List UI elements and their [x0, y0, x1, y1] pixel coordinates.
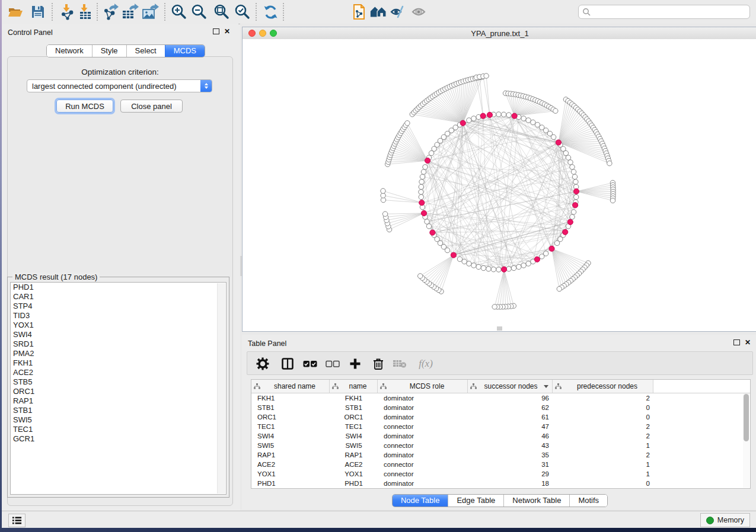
mcds-hub-node[interactable] [421, 210, 426, 216]
network-node[interactable] [486, 267, 491, 271]
table-row[interactable]: FKH1FKH1dominator962 [251, 393, 750, 403]
mcds-result-item[interactable]: STB5 [11, 377, 226, 387]
table-row[interactable]: SWI4SWI4dominator462 [251, 431, 750, 441]
table-row[interactable]: SWI5SWI5connector431 [251, 441, 750, 450]
network-node[interactable] [471, 116, 476, 121]
network-node[interactable] [467, 118, 471, 123]
select-all-button[interactable] [302, 356, 318, 371]
table-row[interactable]: YOX1YOX1connector291 [251, 469, 750, 479]
network-node[interactable] [419, 180, 424, 184]
column-header-MCDS-role[interactable]: MCDS role [378, 380, 468, 393]
network-node[interactable] [496, 267, 501, 272]
close-panel-button[interactable]: Close panel [120, 100, 183, 113]
mcds-result-item[interactable]: STP4 [11, 302, 226, 311]
network-node[interactable] [420, 174, 425, 179]
table-row[interactable]: TEC1TEC1connector472 [251, 422, 750, 431]
mcds-hub-node[interactable] [480, 113, 486, 118]
network-node[interactable] [511, 265, 516, 270]
table-row[interactable]: PHD1PHD1dominator180 [251, 479, 750, 488]
network-node[interactable] [381, 188, 385, 193]
network-node[interactable] [421, 169, 426, 174]
float-window-icon[interactable] [733, 339, 740, 345]
network-node[interactable] [471, 263, 476, 268]
export-image-button[interactable] [142, 4, 160, 20]
mcds-hub-node[interactable] [460, 120, 465, 126]
import-table-button[interactable] [76, 4, 94, 20]
add-column-button[interactable] [347, 356, 363, 371]
export-network-button[interactable] [103, 4, 120, 20]
memory-button[interactable]: Memory [700, 513, 750, 527]
network-node[interactable] [418, 274, 423, 278]
network-node[interactable] [573, 180, 578, 184]
network-node[interactable] [423, 165, 428, 169]
network-node[interactable] [574, 194, 579, 199]
network-node[interactable] [481, 265, 486, 270]
gear-button[interactable] [254, 356, 271, 371]
delete-button[interactable] [370, 356, 387, 371]
network-node[interactable] [457, 257, 462, 261]
refresh-layout-button[interactable] [261, 4, 279, 20]
mcds-hub-node[interactable] [512, 113, 517, 118]
zoom-in-button[interactable] [170, 4, 188, 20]
network-node[interactable] [607, 161, 612, 166]
mcds-hub-node[interactable] [549, 246, 554, 251]
mcds-result-item[interactable]: GCR1 [11, 434, 226, 444]
network-canvas[interactable] [243, 39, 756, 331]
network-node[interactable] [554, 241, 559, 245]
network-node[interactable] [553, 108, 558, 113]
network-node[interactable] [570, 214, 575, 219]
show-eye-button[interactable] [410, 4, 428, 20]
network-node[interactable] [501, 112, 506, 117]
tab-select[interactable]: Select [126, 45, 165, 57]
task-history-button[interactable] [8, 514, 25, 527]
mcds-result-list[interactable]: PHD1CAR1STP4TID3YOX1SWI4SRD1PMA2FKH1ACE2… [10, 282, 227, 495]
network-node[interactable] [540, 254, 544, 259]
mcds-hub-node[interactable] [425, 158, 430, 164]
network-node[interactable] [563, 150, 568, 155]
hide-eye-button[interactable] [390, 4, 407, 20]
mcds-list-scrollbar-track[interactable] [217, 283, 225, 493]
network-node[interactable] [570, 165, 575, 169]
network-node[interactable] [571, 210, 576, 214]
network-node[interactable] [526, 118, 531, 123]
sort-chevron-icon[interactable] [544, 385, 548, 388]
table-row[interactable]: RAP1RAP1dominator352 [251, 450, 750, 460]
network-node[interactable] [506, 267, 511, 271]
mcds-hub-node[interactable] [451, 252, 456, 258]
mcds-hub-node[interactable] [502, 267, 507, 272]
network-window-titlebar[interactable]: YPA_prune.txt_1 [243, 27, 756, 40]
network-node[interactable] [491, 267, 496, 272]
column-header-shared-name[interactable]: shared name [251, 380, 330, 393]
mcds-result-item[interactable]: TEC1 [11, 425, 226, 434]
network-node[interactable] [557, 287, 562, 291]
tab-motifs[interactable]: Motifs [569, 495, 607, 507]
mcds-result-item[interactable]: ACE2 [11, 368, 226, 377]
network-node[interactable] [419, 184, 423, 189]
network-node[interactable] [531, 120, 535, 124]
deselect-all-button[interactable] [324, 356, 341, 371]
network-node[interactable] [521, 263, 526, 268]
network-node[interactable] [571, 169, 576, 174]
mcds-hub-node[interactable] [573, 203, 578, 208]
run-mcds-button[interactable]: Run MCDS [56, 100, 113, 113]
optimization-dropdown[interactable]: largest connected component (undirected) [27, 79, 212, 92]
network-node[interactable] [496, 112, 501, 117]
tab-network-table[interactable]: Network Table [503, 495, 569, 507]
tab-edge-table[interactable]: Edge Table [448, 495, 503, 507]
network-node[interactable] [382, 211, 387, 216]
network-node[interactable] [425, 219, 429, 224]
zoom-out-button[interactable] [190, 4, 208, 20]
network-node[interactable] [476, 264, 481, 269]
network-node[interactable] [426, 224, 431, 229]
tab-mcds[interactable]: MCDS [165, 45, 205, 57]
column-header-predecessor-nodes[interactable]: predecessor nodes [553, 380, 653, 393]
mcds-result-item[interactable]: SRD1 [11, 339, 226, 349]
mcds-result-item[interactable]: YOX1 [11, 321, 226, 330]
mcds-result-item[interactable]: SWI4 [11, 330, 226, 339]
table-scrollbar-thumb[interactable] [744, 394, 749, 441]
float-window-icon[interactable] [213, 28, 219, 34]
network-node[interactable] [492, 305, 497, 309]
save-session-button[interactable] [29, 4, 47, 20]
mcds-result-item[interactable]: ORC1 [11, 387, 226, 396]
network-node[interactable] [610, 198, 615, 203]
